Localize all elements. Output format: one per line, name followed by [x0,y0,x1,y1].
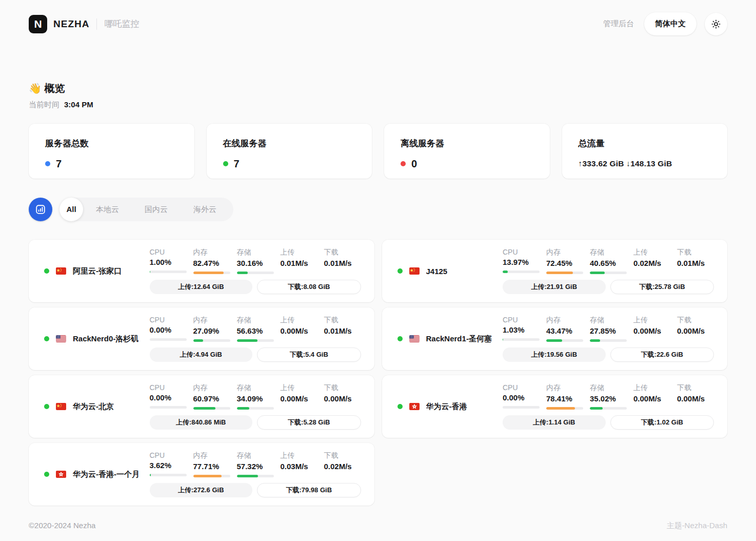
metric-label: 下载 [324,316,361,325]
flag-hk-icon [56,471,66,478]
overview-section: 👋 概览 当前时间 3:04 PM [29,82,727,110]
metric-download: 下载 0.01M/s [677,248,714,274]
tab-overseas-cloud[interactable]: 海外云 [181,198,229,221]
upload-total-badge: 上传:21.91 GiB [503,280,606,294]
metric-upload: 上传 0.00M/s [633,316,670,342]
metric-value: 0.00M/s [633,326,670,335]
server-card[interactable]: RackNerd0-洛杉矶 CPU 0.00% 内存 27.09% 存储 56.… [29,307,374,370]
admin-panel-link[interactable]: 管理后台 [603,19,634,29]
metric-download: 下载 0.01M/s [324,316,361,342]
server-card[interactable]: RackNerd1-圣何塞 CPU 1.03% 内存 43.47% 存储 27.… [382,307,728,370]
stat-value: 0 [411,158,417,170]
cpu-progress-bar [150,406,187,409]
metric-memory: 内存 77.71% [193,451,230,477]
metric-memory: 内存 82.47% [193,248,230,274]
download-total-badge: 下载:5.4 GiB [257,347,361,362]
bar-chart-icon [35,204,46,215]
metric-storage: 存储 56.63% [237,316,274,342]
flag-us-icon [56,335,66,342]
metric-storage: 存储 34.09% [237,383,274,410]
metric-value: 0.02M/s [633,259,670,267]
theme-toggle-button[interactable] [705,13,727,35]
metric-label: CPU [150,451,187,459]
server-card[interactable]: 华为云-香港 CPU 0.00% 内存 78.41% 存储 35.02% [382,375,728,438]
download-total-badge: 下载:79.98 GiB [257,483,361,497]
server-name: 华为云-香港 [426,402,467,412]
metric-label: CPU [503,248,540,256]
current-time-label: 当前时间 [29,100,59,110]
header: N NEZHA 哪吒监控 管理后台 简体中文 [29,0,727,35]
tab-local-cloud[interactable]: 本地云 [83,198,132,221]
metric-label: 存储 [237,383,274,393]
metric-storage: 存储 57.32% [237,451,274,477]
cpu-progress-bar [150,338,187,341]
tab-all[interactable]: All [59,198,83,221]
stat-title: 在线服务器 [223,138,356,149]
metric-label: CPU [150,383,187,392]
server-card[interactable]: J4125 CPU 13.97% 内存 72.45% 存储 40.65% [382,240,728,302]
chart-view-button[interactable] [29,198,52,221]
server-name: RackNerd1-圣何塞 [426,334,492,344]
metric-label: 上传 [281,383,317,393]
storage-progress-bar [590,272,627,274]
stat-value: 7 [56,158,62,170]
language-button[interactable]: 简体中文 [644,12,697,35]
metric-label: 上传 [633,248,670,257]
server-metrics: CPU 0.00% 内存 27.09% 存储 56.63% 上传 0.00M/s [150,316,361,342]
memory-progress-bar [193,475,230,477]
metric-storage: 存储 27.85% [590,316,627,342]
metric-label: CPU [150,248,187,256]
metric-value: 0.02M/s [324,462,361,471]
metric-label: 内存 [193,383,230,393]
metric-download: 下载 0.00M/s [677,316,714,342]
server-metrics: CPU 0.00% 内存 78.41% 存储 35.02% 上传 0.00M/s [503,383,714,410]
server-card[interactable]: 华为云-北京 CPU 0.00% 内存 60.97% 存储 34.09% [29,375,374,438]
metric-memory: 内存 72.45% [546,248,583,274]
server-metrics: CPU 1.00% 内存 82.47% 存储 30.16% 上传 0.01M/s [150,248,361,274]
metric-label: 上传 [281,248,317,257]
metric-cpu: CPU 3.62% [150,451,187,477]
upload-total-badge: 上传:4.94 GiB [150,347,253,362]
metric-upload: 上传 0.03M/s [281,451,317,477]
cpu-progress-bar [150,474,187,476]
metric-memory: 内存 27.09% [193,316,230,342]
tab-domestic-cloud[interactable]: 国内云 [132,198,181,221]
metric-cpu: CPU 0.00% [150,316,187,342]
metric-cpu: CPU 1.03% [503,316,540,342]
filter-row: All 本地云 国内云 海外云 [29,198,727,221]
metric-label: 存储 [237,316,274,325]
metric-value: 0.00M/s [633,394,670,403]
storage-progress-bar [237,339,274,342]
metric-value: 27.85% [590,326,627,335]
red-dot-icon [401,161,406,166]
upload-total-badge: 上传:12.64 GiB [150,280,253,294]
server-card[interactable]: 华为云-香港-一个月 CPU 3.62% 内存 77.71% 存储 57.32% [29,443,374,506]
metric-value: 82.47% [193,259,230,267]
theme-credit-text: 主题-Nezha-Dash [667,521,727,531]
metric-value: 0.00% [150,393,187,402]
metric-download: 下载 0.01M/s [324,248,361,274]
server-name: 阿里云-张家口 [73,266,122,276]
metric-upload: 上传 0.01M/s [281,248,317,274]
metric-label: 内存 [546,383,583,393]
header-divider [96,18,97,30]
metric-value: 3.62% [150,461,187,470]
blue-dot-icon [45,161,50,166]
flag-hk-icon [409,403,420,410]
metric-value: 27.09% [193,326,230,335]
server-card[interactable]: 阿里云-张家口 CPU 1.00% 内存 82.47% 存储 30.16% [29,240,374,302]
metric-label: 内存 [546,316,583,325]
server-online-dot [397,404,403,409]
flag-cn-icon [409,267,420,275]
download-total-badge: 下载:1.02 GiB [610,415,714,430]
nezha-logo[interactable]: N [29,15,47,33]
cpu-progress-bar [503,270,540,273]
server-name: 华为云-香港-一个月 [73,470,140,479]
upload-total-badge: 上传:840.86 MiB [150,415,253,430]
stat-title: 总流量 [579,138,711,149]
metric-value: 40.65% [590,259,627,267]
server-online-dot [397,268,403,274]
stat-value: 7 [234,158,240,170]
memory-progress-bar [193,407,230,410]
metric-label: 上传 [633,316,670,325]
